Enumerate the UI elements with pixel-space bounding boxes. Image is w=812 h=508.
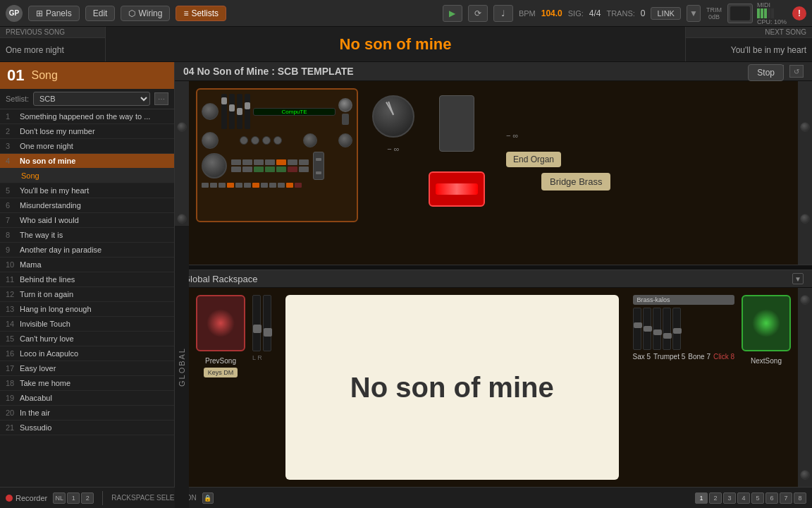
prev-song-name[interactable]: One more night	[0, 38, 105, 61]
list-subitem[interactable]: Song	[0, 169, 174, 183]
list-item[interactable]: 19 Abacabul	[0, 391, 174, 406]
wiring-button[interactable]: ⬡ Wiring	[121, 6, 170, 21]
ch-fader-1[interactable]	[252, 295, 261, 351]
list-item[interactable]: 14 Invisible Touch	[0, 317, 174, 332]
synth-btn-sm[interactable]	[295, 183, 302, 188]
synth-btn[interactable]	[288, 159, 297, 165]
brass-fader-1[interactable]	[633, 308, 641, 350]
list-item[interactable]: 13 Hang in long enough	[0, 302, 174, 317]
rack-right-knob-bottom[interactable]	[800, 214, 810, 224]
mini-knob-3[interactable]	[262, 136, 271, 145]
list-item[interactable]: 18 Take me home	[0, 376, 174, 391]
page-btn-2[interactable]: 2	[709, 492, 722, 504]
rack-right-knob-top[interactable]	[800, 122, 810, 132]
ch-fader-2[interactable]	[263, 295, 271, 351]
mini-knob-2[interactable]	[251, 136, 259, 145]
alert-icon[interactable]: !	[792, 6, 806, 20]
synth-knob-5[interactable]	[338, 133, 352, 147]
page-btn-5[interactable]: 5	[751, 492, 764, 504]
mini-knob-1[interactable]	[240, 136, 248, 145]
next-song-name[interactable]: You'll be in my heart	[686, 38, 812, 61]
rack-refresh-button[interactable]: ↺	[789, 65, 804, 78]
edit-button[interactable]: Edit	[85, 6, 116, 21]
synth-btn[interactable]	[242, 159, 252, 165]
synth-btn[interactable]	[242, 167, 252, 172]
list-item-active[interactable]: 4 No son of mine	[0, 154, 174, 169]
synth-btn[interactable]	[254, 167, 264, 172]
rec-mode-nl[interactable]: NL	[53, 492, 66, 504]
bridge-brass-label[interactable]: Bridge Brass	[541, 173, 610, 190]
play-button[interactable]: ▶	[443, 5, 462, 22]
synth-btn[interactable]	[265, 159, 275, 165]
brass-fader-4[interactable]	[663, 308, 671, 350]
global-collapse-button[interactable]: ▼	[792, 273, 804, 284]
mini-knob-4[interactable]	[273, 136, 282, 145]
list-item[interactable]: 21 Sussudio	[0, 421, 174, 435]
synth-btn-sm[interactable]	[286, 183, 293, 188]
synth-btn-sm[interactable]	[244, 183, 251, 188]
rack-knob-top[interactable]	[177, 122, 187, 132]
synth-btn-sm[interactable]	[202, 183, 209, 188]
rec-mode-2[interactable]: 2	[81, 492, 94, 504]
list-item[interactable]: 1 Something happened on the way to ...	[0, 109, 174, 124]
global-knob-right-top[interactable]	[800, 295, 810, 305]
link-button[interactable]: LINK	[651, 7, 680, 20]
list-item[interactable]: 6 Misunderstanding	[0, 198, 174, 213]
fader-3[interactable]	[237, 94, 242, 129]
page-btn-4[interactable]: 4	[737, 492, 750, 504]
page-btn-1[interactable]: 1	[695, 492, 708, 504]
list-item[interactable]: 5 You'll be in my heart	[0, 183, 174, 198]
expand-button[interactable]: ▼	[687, 5, 701, 22]
synth-btn[interactable]	[265, 167, 275, 172]
synth-btn-sm[interactable]	[219, 183, 226, 188]
panels-button[interactable]: ⊞ Panels	[28, 6, 80, 21]
synth-btn-sm[interactable]	[269, 183, 276, 188]
synth-big-knob[interactable]	[202, 153, 227, 179]
list-item[interactable]: 8 The way it is	[0, 228, 174, 243]
synth-knob-1[interactable]	[202, 103, 219, 120]
list-item[interactable]: 10 Mama	[0, 258, 174, 272]
list-item[interactable]: 3 One more night	[0, 139, 174, 154]
list-item[interactable]: 9 Another day in paradise	[0, 243, 174, 258]
synth-btn[interactable]	[276, 167, 286, 172]
setlist-menu-button[interactable]: ⋯	[154, 92, 168, 105]
setlists-button[interactable]: ≡ Setlists	[176, 6, 226, 21]
loop-button[interactable]: ⟳	[468, 5, 488, 22]
metronome-button[interactable]: ♩	[493, 5, 513, 22]
brass-fader-5[interactable]	[672, 308, 681, 350]
synth-small-knob[interactable]	[342, 114, 349, 125]
list-item[interactable]: 2 Don't lose my number	[0, 124, 174, 139]
fader-2[interactable]	[229, 94, 235, 129]
rec-mode-1[interactable]: 1	[67, 492, 80, 504]
page-btn-8[interactable]: 8	[794, 492, 806, 504]
synth-btn-sm[interactable]	[227, 183, 234, 188]
list-item[interactable]: 15 Can't hurry love	[0, 332, 174, 346]
synth-btn[interactable]	[299, 159, 309, 165]
rack-knob-bottom[interactable]	[177, 214, 187, 224]
page-btn-7[interactable]: 7	[780, 492, 792, 504]
synth-btn[interactable]	[254, 159, 264, 165]
brass-fader-3[interactable]	[653, 308, 661, 350]
synth-knob-3[interactable]	[202, 132, 219, 149]
fader-4[interactable]	[245, 94, 250, 129]
synth-btn-sm[interactable]	[261, 183, 268, 188]
fader-1[interactable]	[221, 94, 227, 129]
list-item[interactable]: 12 Turn it on again	[0, 287, 174, 302]
list-item[interactable]: 16 Loco in Acapulco	[0, 346, 174, 361]
synth-btn-sm[interactable]	[278, 183, 285, 188]
racksel-lock-button[interactable]: 🔒	[202, 492, 214, 504]
setlist-select[interactable]: SCB	[33, 92, 150, 106]
synth-btn-sm[interactable]	[210, 183, 217, 188]
synth-btn[interactable]	[299, 167, 309, 172]
side-btn[interactable]	[316, 171, 321, 174]
synth-btn[interactable]	[231, 159, 241, 165]
brass-fader-2[interactable]	[643, 308, 651, 350]
synth-knob-4[interactable]	[303, 133, 317, 147]
synth-btn[interactable]	[231, 167, 241, 172]
prev-song-block[interactable]	[196, 295, 245, 351]
page-btn-6[interactable]: 6	[765, 492, 778, 504]
synth-btn[interactable]	[276, 159, 286, 165]
synth-btn[interactable]	[288, 167, 297, 172]
main-dial[interactable]	[372, 95, 414, 138]
synth-knob-2[interactable]	[338, 98, 352, 112]
